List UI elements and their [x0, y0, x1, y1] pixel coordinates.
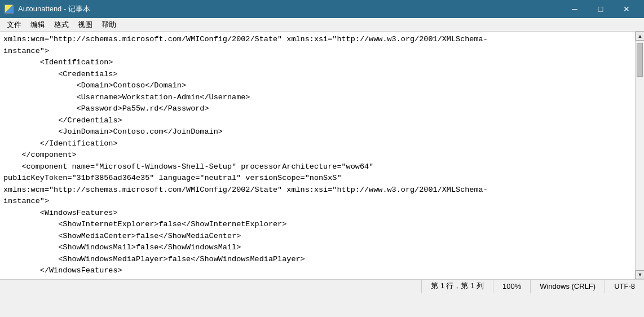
scrollbar-thumb[interactable] [637, 43, 643, 77]
menu-help[interactable]: 帮助 [97, 19, 121, 31]
menu-format[interactable]: 格式 [50, 19, 73, 31]
zoom-level: 100% [493, 280, 530, 293]
minimize-button[interactable]: ─ [562, 0, 588, 18]
status-bar: 第 1 行，第 1 列 100% Windows (CRLF) UTF-8 [0, 279, 644, 293]
menu-file[interactable]: 文件 [2, 19, 26, 31]
menu-view[interactable]: 视图 [73, 19, 97, 31]
window-title: Autounattend - 记事本 [18, 4, 90, 14]
line-ending: Windows (CRLF) [530, 280, 605, 293]
scroll-up-button[interactable]: ▲ [636, 32, 644, 41]
scrollbar-track[interactable] [636, 41, 644, 270]
scroll-down-button[interactable]: ▼ [636, 270, 644, 279]
scrollbar-right[interactable]: ▲ ▼ [635, 32, 644, 279]
title-bar: Autounattend - 记事本 ─ □ ✕ [0, 0, 644, 18]
close-button[interactable]: ✕ [614, 0, 639, 18]
editor-text-area[interactable]: xmlns:wcm="http://schemas.microsoft.com/… [0, 32, 635, 279]
maximize-button[interactable]: □ [588, 0, 614, 18]
cursor-position: 第 1 行，第 1 列 [421, 280, 493, 293]
encoding: UTF-8 [605, 280, 644, 293]
app-icon [5, 5, 14, 14]
menu-edit[interactable]: 编辑 [26, 19, 50, 31]
title-bar-left: Autounattend - 记事本 [5, 4, 90, 14]
menu-bar: 文件 编辑 格式 视图 帮助 [0, 18, 644, 32]
title-bar-controls: ─ □ ✕ [562, 0, 639, 18]
editor-wrapper: xmlns:wcm="http://schemas.microsoft.com/… [0, 32, 644, 279]
editor-content: xmlns:wcm="http://schemas.microsoft.com/… [3, 35, 488, 275]
